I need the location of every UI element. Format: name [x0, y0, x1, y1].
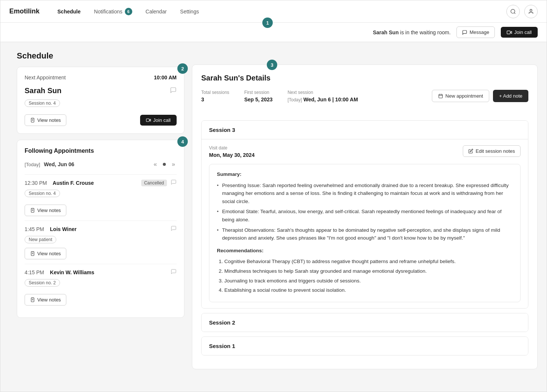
next-date-arrow[interactable]: » — [170, 160, 177, 168]
appt-kevin-time-name: 4:15 PM Kevin W. Williams — [25, 269, 94, 275]
waiting-room-banner: 1 Sarah Sun is in the waiting room. Mess… — [0, 23, 547, 42]
details-actions: New appointment + Add note — [432, 90, 528, 102]
nav-notifications[interactable]: Notifications 6 — [88, 5, 138, 18]
svg-point-0 — [511, 9, 515, 13]
session-1-accordion: Session 1 — [201, 336, 528, 355]
step-3-badge: 3 — [267, 60, 277, 70]
recommendations-list: Cognitive Behavioral Therapy (CBT) to ad… — [217, 257, 513, 294]
kevin-view-notes-button[interactable]: View notes — [25, 294, 66, 306]
notification-badge: 6 — [125, 8, 132, 15]
svg-marker-3 — [510, 31, 512, 34]
step-2-badge: 2 — [177, 63, 188, 74]
left-panel: Schedule 2 Next Appointment 10:00 AM Sar… — [17, 51, 184, 369]
appt-kevin-header: 4:15 PM Kevin W. Williams — [25, 269, 177, 276]
appointment-lois: 1:45 PM Lois Winer New patient — [25, 221, 177, 264]
brand-logo: Emotilink — [9, 7, 39, 15]
nav-right — [506, 5, 538, 18]
date-nav-controls: « » — [152, 160, 177, 168]
next-appointment-title: Next Appointment — [25, 75, 66, 80]
rec-3: Journaling to track emotions and trigger… — [224, 277, 513, 285]
rec-1: Cognitive Behavioral Therapy (CBT) to ad… — [224, 257, 513, 266]
new-patient-tag: New patient — [25, 236, 56, 243]
kevin-chat-icon[interactable] — [171, 269, 177, 276]
appointment-kevin: 4:15 PM Kevin W. Williams Session no. 2 — [25, 264, 177, 310]
date-label: [Today] Wed, Jun 06 — [25, 161, 74, 167]
session-3-header[interactable]: Session 3 — [202, 121, 528, 139]
next-patient-name: Sarah Sun — [25, 86, 177, 95]
svg-line-1 — [514, 13, 515, 14]
appt-austin-time-name: 12:30 PM Austin F. Crouse — [25, 180, 94, 186]
message-button[interactable]: Message — [456, 26, 495, 38]
waiting-join-call-button[interactable]: Join call — [501, 27, 538, 38]
lois-chat-icon[interactable] — [171, 225, 177, 233]
step-1-badge: 1 — [262, 18, 273, 28]
austin-view-notes-button[interactable]: View notes — [25, 205, 66, 216]
session-2-header[interactable]: Session 2 — [202, 313, 528, 332]
session-1-header[interactable]: Session 1 — [202, 337, 528, 355]
patient-details-card: 3 Sarah Sun's Details Total sessions 3 F… — [192, 64, 538, 369]
date-dot — [163, 163, 166, 166]
next-session-tag: Session no. 4 — [25, 99, 60, 107]
next-appointment-time: 10:00 AM — [154, 75, 177, 80]
next-session-meta: Next session [Today] Wed, Jun 6 | 10:00 … — [288, 90, 358, 102]
session-notes-box: Summary: Presenting Issue: Sarah reporte… — [209, 164, 521, 302]
details-meta: Total sessions 3 First session Sep 5, 20… — [201, 90, 358, 102]
search-button[interactable] — [506, 5, 520, 18]
cancelled-badge: Cancelled — [141, 180, 167, 186]
austin-chat-icon[interactable] — [171, 179, 177, 187]
bullet-3: Therapist Observations: Sarah's thoughts… — [217, 226, 513, 242]
main-content: Schedule 2 Next Appointment 10:00 AM Sar… — [0, 42, 547, 378]
kevin-session-tag: Session no. 2 — [25, 279, 60, 287]
total-sessions-meta: Total sessions 3 — [201, 90, 229, 102]
patient-chat-icon[interactable] — [170, 87, 177, 95]
first-session-meta: First session Sep 5, 2023 — [244, 90, 272, 102]
visit-date-section: Visit date Mon, May 30, 2024 Edit sessio… — [209, 145, 521, 158]
next-appointment-card: 2 Next Appointment 10:00 AM Sarah Sun Se… — [17, 67, 184, 134]
next-view-notes-button[interactable]: View notes — [25, 114, 66, 126]
page-title: Schedule — [17, 51, 184, 61]
right-panel: 3 Sarah Sun's Details Total sessions 3 F… — [192, 51, 538, 369]
svg-rect-4 — [507, 31, 510, 34]
appt-austin-header: 12:30 PM Austin F. Crouse Cancelled — [25, 179, 177, 187]
rec-2: Mindfulness techniques to help Sarah sta… — [224, 267, 513, 275]
austin-session-tag: Session no. 4 — [25, 190, 60, 197]
following-title: Following Appointments — [25, 148, 177, 154]
edit-session-notes-button[interactable]: Edit session notes — [463, 145, 521, 157]
svg-rect-19 — [439, 94, 443, 98]
next-join-call-button[interactable]: Join call — [140, 115, 177, 126]
top-nav: Emotilink Schedule Notifications 6 Calen… — [0, 0, 547, 23]
step-4-badge: 4 — [177, 136, 188, 147]
user-avatar[interactable] — [524, 5, 538, 18]
svg-marker-8 — [149, 119, 151, 121]
date-nav: [Today] Wed, Jun 06 « » — [25, 160, 177, 168]
following-appointments-card: 4 Following Appointments [Today] Wed, Ju… — [17, 140, 184, 318]
nav-items: Schedule Notifications 6 Calendar Settin… — [51, 5, 506, 18]
details-meta-wrapper: Total sessions 3 First session Sep 5, 20… — [201, 90, 528, 111]
summary-bullets: Presenting Issue: Sarah reported feeling… — [217, 181, 513, 242]
lois-view-notes-button[interactable]: View notes — [25, 248, 66, 259]
card-header: Next Appointment 10:00 AM — [25, 75, 177, 80]
patient-details-title: Sarah Sun's Details — [201, 74, 528, 82]
svg-point-2 — [530, 9, 532, 11]
waiting-room-text: Sarah Sun is in the waiting room. — [373, 29, 451, 35]
add-note-button[interactable]: + Add note — [493, 90, 528, 102]
session-3-accordion: Session 3 Visit date Mon, May 30, 2024 — [201, 120, 528, 309]
nav-settings[interactable]: Settings — [174, 6, 205, 18]
visit-date-info: Visit date Mon, May 30, 2024 — [209, 145, 254, 158]
session-2-accordion: Session 2 — [201, 313, 528, 332]
appointment-austin: 12:30 PM Austin F. Crouse Cancelled — [25, 174, 177, 221]
svg-rect-9 — [146, 119, 149, 122]
prev-date-arrow[interactable]: « — [152, 160, 158, 168]
rec-4: Establishing a social routine to prevent… — [224, 286, 513, 294]
bullet-1: Presenting Issue: Sarah reported feeling… — [217, 181, 513, 206]
nav-schedule[interactable]: Schedule — [51, 6, 86, 18]
appt-lois-header: 1:45 PM Lois Winer — [25, 225, 177, 233]
nav-calendar[interactable]: Calendar — [140, 6, 173, 18]
next-appointment-actions: View notes Join call — [25, 114, 177, 126]
new-appointment-button[interactable]: New appointment — [432, 90, 489, 102]
session-3-body: Visit date Mon, May 30, 2024 Edit sessio… — [202, 139, 528, 308]
appt-lois-time-name: 1:45 PM Lois Winer — [25, 226, 76, 232]
bullet-2: Emotional State: Tearful, anxious, low e… — [217, 208, 513, 224]
